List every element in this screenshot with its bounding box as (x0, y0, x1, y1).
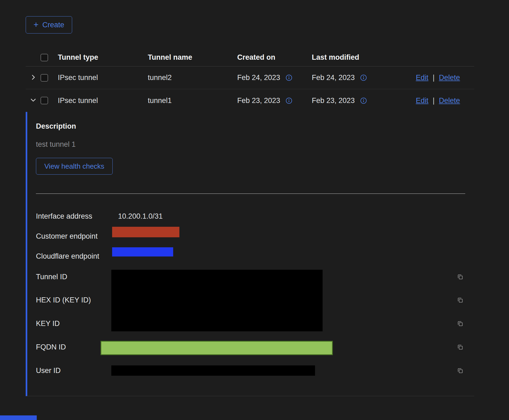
fqdn-id-redacted (101, 341, 333, 355)
tunnel-type-cell: IPsec tunnel (58, 96, 148, 105)
header-created-on: Created on (237, 53, 312, 62)
tunnel-fields: Interface address 10.200.1.0/31 Customer… (36, 207, 474, 380)
select-row-checkbox[interactable] (41, 97, 48, 104)
table-header-row: Tunnel type Tunnel name Created on Last … (26, 49, 474, 66)
interface-address-label: Interface address (36, 212, 92, 221)
customer-endpoint-redacted (112, 227, 179, 237)
last-modified-value: Feb 23, 2023 (312, 96, 355, 105)
user-id-redacted (111, 365, 315, 376)
bottom-accent-bar (0, 415, 37, 420)
actions-separator: | (433, 74, 435, 82)
info-icon[interactable] (360, 97, 367, 104)
cloudflare-endpoint-label: Cloudflare endpoint (36, 252, 99, 261)
copy-icon[interactable] (457, 344, 464, 351)
chevron-down-icon (30, 96, 37, 105)
edit-link[interactable]: Edit (416, 74, 428, 82)
info-icon[interactable] (286, 74, 292, 81)
created-on-value: Feb 23, 2023 (237, 96, 280, 105)
hex-id-label: HEX ID (KEY ID) (36, 296, 91, 304)
created-on-cell: Feb 24, 2023 (237, 74, 312, 82)
delete-link[interactable]: Delete (439, 74, 460, 82)
expand-row-button[interactable] (26, 74, 41, 82)
header-tunnel-type: Tunnel type (58, 53, 148, 62)
copy-icon[interactable] (457, 320, 464, 327)
key-id-label: KEY ID (36, 319, 60, 328)
fqdn-id-label: FQDN ID (36, 343, 66, 351)
table-row: IPsec tunnel tunnel2 Feb 24, 2023 Feb 24… (26, 66, 474, 89)
row-actions: Edit | Delete (416, 96, 474, 105)
cloudflare-endpoint-redacted (112, 247, 173, 256)
tunnel-detail-panel: Description test tunnel 1 View health ch… (26, 112, 474, 396)
customer-endpoint-label: Customer endpoint (36, 232, 98, 241)
info-icon[interactable] (286, 97, 292, 104)
info-icon[interactable] (360, 74, 367, 81)
edit-link[interactable]: Edit (416, 96, 428, 105)
copy-icon[interactable] (457, 296, 464, 304)
tunnel-id-label: Tunnel ID (36, 272, 67, 281)
ids-redacted-block (111, 270, 323, 331)
created-on-cell: Feb 23, 2023 (237, 96, 312, 105)
last-modified-cell: Feb 23, 2023 (312, 96, 416, 105)
last-modified-cell: Feb 24, 2023 (312, 74, 416, 82)
header-tunnel-name: Tunnel name (148, 53, 237, 62)
interface-address-value: 10.200.1.0/31 (118, 212, 163, 221)
main-content: + Create Tunnel type Tunnel name Created… (26, 0, 474, 396)
tunnels-table: Tunnel type Tunnel name Created on Last … (26, 49, 474, 396)
select-all-checkbox[interactable] (41, 54, 48, 61)
tunnel-type-cell: IPsec tunnel (58, 74, 148, 82)
collapse-row-button[interactable] (26, 96, 41, 105)
tunnel-name-cell: tunnel1 (148, 96, 237, 105)
tunnel-name-cell: tunnel2 (148, 74, 237, 82)
section-divider (36, 194, 465, 194)
description-label: Description (36, 122, 474, 131)
last-modified-value: Feb 24, 2023 (312, 74, 355, 82)
row-actions: Edit | Delete (416, 74, 474, 82)
chevron-right-icon (30, 74, 37, 82)
view-health-checks-button[interactable]: View health checks (36, 158, 113, 175)
plus-icon: + (34, 20, 39, 29)
table-row: IPsec tunnel tunnel1 Feb 23, 2023 Feb 23… (26, 89, 474, 112)
user-id-label: User ID (36, 366, 61, 375)
copy-icon[interactable] (457, 273, 464, 281)
select-row-checkbox[interactable] (41, 74, 48, 82)
description-text: test tunnel 1 (36, 140, 474, 149)
create-button[interactable]: + Create (26, 16, 72, 34)
copy-icon[interactable] (457, 367, 464, 374)
header-last-modified: Last modified (312, 53, 416, 62)
actions-separator: | (433, 96, 435, 105)
delete-link[interactable]: Delete (439, 96, 460, 105)
created-on-value: Feb 24, 2023 (237, 74, 280, 82)
create-button-label: Create (42, 21, 64, 29)
